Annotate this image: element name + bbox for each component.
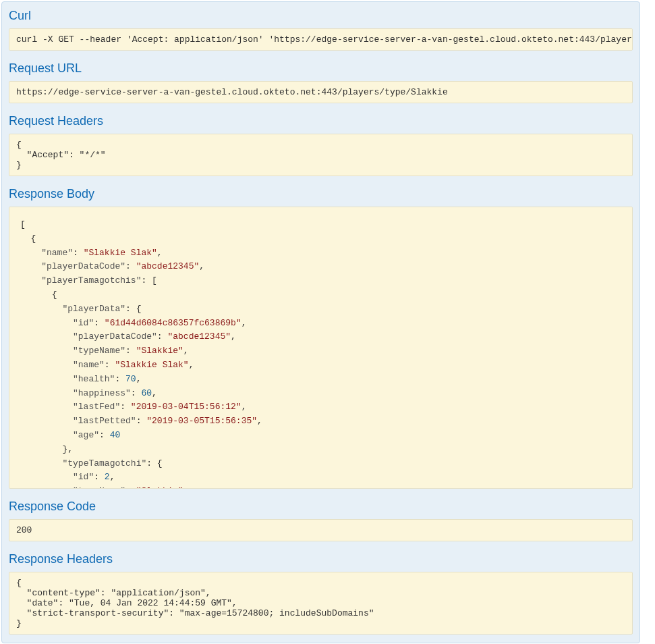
request-headers-heading: Request Headers: [9, 114, 633, 128]
rb-key: "typeTamagotchi": [62, 458, 146, 468]
rb-line: {: [157, 458, 163, 468]
response-body-box[interactable]: [ { "name": "Slakkie Slak", "playerDataC…: [9, 207, 633, 489]
swagger-response-panel: Curl curl -X GET --header 'Accept: appli…: [1, 1, 640, 643]
rb-line: [: [152, 275, 157, 286]
response-body-heading: Response Body: [9, 187, 633, 201]
rb-line: {: [52, 290, 57, 300]
rb-val: "Slakkie Slak": [84, 248, 157, 258]
curl-heading: Curl: [9, 9, 633, 23]
response-code-text: 200: [16, 525, 32, 535]
rb-key: "playerDataCode": [41, 261, 125, 271]
rb-key: "health": [73, 374, 115, 384]
rb-val: 60: [141, 388, 152, 398]
rb-key: "name": [41, 248, 73, 258]
rb-line: {: [31, 234, 36, 244]
rb-val: 40: [110, 430, 121, 440]
rb-key: "lastPetted": [73, 416, 136, 426]
response-headers-text: { "content-type": "application/json", "d…: [16, 578, 374, 628]
rb-val: "2019-03-05T15:56:35": [146, 416, 257, 426]
rb-key: "typeName": [73, 346, 125, 356]
rb-key: "playerData": [62, 304, 125, 314]
rb-key: "playerTamagotchis": [41, 275, 141, 286]
rb-key: "name": [73, 360, 105, 370]
rb-line: [: [20, 219, 26, 230]
rb-key: "happiness": [73, 388, 131, 398]
response-headers-box[interactable]: { "content-type": "application/json", "d…: [9, 572, 633, 635]
rb-val: 2: [105, 472, 110, 482]
rb-key: "lastFed": [73, 402, 120, 412]
rb-key: "playerDataCode": [73, 331, 157, 342]
request-url-box[interactable]: https://edge-service-server-a-van-gestel…: [9, 81, 633, 103]
response-code-heading: Response Code: [9, 500, 633, 514]
rb-key: "age": [73, 430, 99, 440]
request-headers-box[interactable]: { "Accept": "*/*" }: [9, 134, 633, 176]
request-url-heading: Request URL: [9, 61, 633, 76]
rb-val: "61d44d6084c86357fc63869b": [105, 318, 241, 328]
rb-key: "id": [73, 472, 94, 482]
request-headers-text: { "Accept": "*/*" }: [16, 140, 106, 170]
rb-key: "id": [73, 318, 94, 328]
curl-command-box[interactable]: curl -X GET --header 'Accept: applicatio…: [9, 28, 633, 51]
request-url-text: https://edge-service-server-a-van-gestel…: [16, 87, 448, 97]
rb-val: "Slakkie": [136, 346, 183, 356]
curl-command-text: curl -X GET --header 'Accept: applicatio…: [16, 34, 633, 45]
rb-val: "2019-03-04T15:56:12": [131, 402, 241, 412]
rb-val: "abcde12345": [167, 331, 231, 342]
rb-val: 70: [125, 374, 136, 384]
response-code-box[interactable]: 200: [9, 519, 633, 541]
rb-val: "abcde12345": [136, 261, 200, 271]
rb-line: {: [136, 304, 142, 314]
rb-val: "Slakkie Slak": [115, 360, 188, 370]
rb-line: },: [62, 444, 73, 454]
response-headers-heading: Response Headers: [9, 552, 633, 566]
